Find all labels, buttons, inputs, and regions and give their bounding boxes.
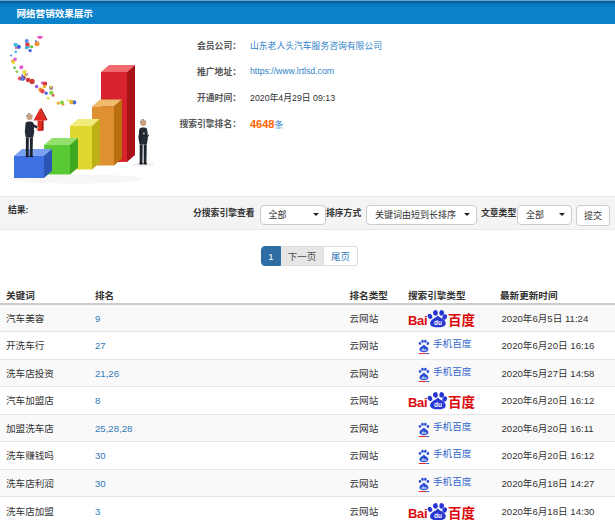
svg-text:du: du	[422, 430, 427, 434]
svg-text:百度: 百度	[448, 310, 475, 329]
svg-text:du: du	[422, 485, 427, 489]
svg-text:du: du	[434, 512, 442, 519]
svg-text:百度: 百度	[448, 392, 475, 411]
svg-text:du: du	[434, 402, 442, 409]
svg-text:du: du	[434, 319, 442, 326]
svg-text:du: du	[422, 348, 427, 352]
svg-text:du: du	[422, 375, 427, 379]
svg-text:Bai: Bai	[408, 313, 427, 328]
svg-text:Bai: Bai	[408, 396, 427, 411]
svg-text:du: du	[422, 458, 427, 462]
svg-text:Bai: Bai	[408, 506, 427, 520]
svg-text:百度: 百度	[448, 503, 475, 520]
